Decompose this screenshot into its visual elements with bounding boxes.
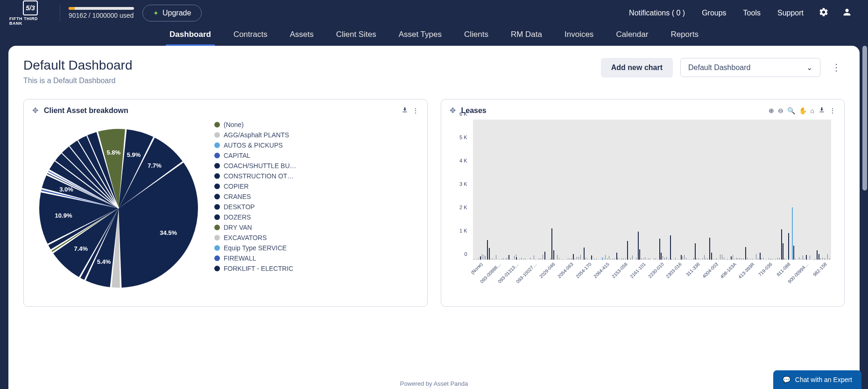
groups-link[interactable]: Groups bbox=[693, 5, 734, 21]
legend-label: (None) bbox=[224, 121, 244, 128]
bar[interactable] bbox=[544, 252, 545, 260]
legend-item[interactable]: EXCAVATORS bbox=[214, 233, 416, 243]
legend-dot bbox=[214, 184, 220, 189]
nav-invoices[interactable]: Invoices bbox=[553, 26, 605, 46]
bar[interactable] bbox=[681, 255, 682, 260]
bar[interactable] bbox=[745, 247, 746, 260]
nav-asset-types[interactable]: Asset Types bbox=[388, 26, 453, 46]
bar[interactable] bbox=[783, 243, 783, 260]
leases-card: ✥ Leases ⊕ ⊖ 🔍 ✋ ⌂ ⋮ 01 K2 K3 K4 K5 K6 K… bbox=[441, 99, 845, 307]
user-icon[interactable] bbox=[835, 3, 859, 23]
nav-clients[interactable]: Clients bbox=[453, 26, 500, 46]
legend-item[interactable]: FORKLIFT - ELECTRIC bbox=[214, 263, 416, 274]
x-tick: 811-088 bbox=[776, 262, 791, 277]
bar[interactable] bbox=[670, 235, 671, 260]
bar[interactable] bbox=[711, 253, 712, 260]
brand-logo[interactable]: 5/3 FIFTH THIRD BANK bbox=[9, 0, 51, 26]
nav-calendar[interactable]: Calendar bbox=[605, 26, 659, 46]
bar[interactable] bbox=[584, 248, 585, 260]
download-icon[interactable] bbox=[401, 106, 409, 115]
settings-icon[interactable] bbox=[812, 3, 835, 23]
x-tick: 2054-170 bbox=[575, 262, 593, 279]
notifications-link[interactable]: Notifications ( 0 ) bbox=[621, 5, 693, 21]
scrollbar[interactable] bbox=[862, 46, 867, 335]
bar[interactable] bbox=[638, 232, 639, 260]
legend-item[interactable]: COACH/SHUTTLE BU… bbox=[214, 161, 416, 171]
legend-label: FIREWALL bbox=[224, 255, 256, 262]
dashboard-selector-value: Default Dashboard bbox=[688, 64, 750, 72]
bar[interactable] bbox=[661, 253, 662, 260]
page-menu-icon[interactable]: ⋮ bbox=[828, 58, 845, 77]
legend-dot bbox=[214, 173, 220, 179]
bar[interactable] bbox=[480, 256, 481, 260]
nav-dashboard[interactable]: Dashboard bbox=[158, 26, 222, 46]
zoom-in-icon[interactable]: ⊕ bbox=[769, 107, 774, 114]
legend-item[interactable]: AGG/Asphalt PLANTS bbox=[214, 130, 416, 140]
chart-title: Client Asset breakdown bbox=[44, 106, 395, 115]
bar[interactable] bbox=[817, 250, 818, 260]
legend-item[interactable]: FIREWALL bbox=[214, 253, 416, 263]
bar[interactable] bbox=[489, 248, 490, 260]
svg-text:5.4%: 5.4% bbox=[97, 258, 111, 265]
chart-menu-icon[interactable]: ⋮ bbox=[412, 107, 419, 114]
nav-client-sites[interactable]: Client Sites bbox=[325, 26, 388, 46]
nav-contracts[interactable]: Contracts bbox=[222, 26, 279, 46]
pie-chart: 5.8%5.9%7.7%34.5%5.4%7.4%10.9%3.0% bbox=[32, 120, 205, 292]
home-icon[interactable]: ⌂ bbox=[811, 107, 814, 114]
bar[interactable] bbox=[788, 233, 789, 260]
legend-item[interactable]: CONSTRUCTION OT… bbox=[214, 171, 416, 181]
zoom-icon[interactable]: 🔍 bbox=[787, 107, 795, 114]
bar[interactable] bbox=[508, 255, 509, 260]
nav-reports[interactable]: Reports bbox=[659, 26, 710, 46]
legend-item[interactable]: AUTOS & PICKUPS bbox=[214, 140, 416, 150]
drag-handle-icon[interactable]: ✥ bbox=[32, 106, 38, 115]
bar[interactable] bbox=[639, 249, 640, 260]
divider bbox=[60, 5, 60, 21]
bar[interactable] bbox=[487, 240, 488, 260]
bar[interactable] bbox=[553, 250, 554, 260]
drag-handle-icon[interactable]: ✥ bbox=[450, 106, 456, 115]
chat-widget[interactable]: 💬 Chat with an Expert bbox=[773, 370, 861, 389]
upgrade-button[interactable]: ✦ Upgrade bbox=[142, 5, 202, 21]
bar[interactable] bbox=[731, 256, 732, 260]
bar[interactable] bbox=[793, 246, 794, 260]
bar[interactable] bbox=[760, 253, 761, 260]
legend-dot bbox=[214, 153, 220, 158]
bar[interactable] bbox=[781, 229, 782, 260]
nav-rm-data[interactable]: RM Data bbox=[500, 26, 553, 46]
legend-item[interactable]: Equip Type SERVICE bbox=[214, 243, 416, 253]
bar[interactable] bbox=[616, 253, 617, 260]
bar[interactable] bbox=[695, 243, 696, 260]
legend-item[interactable]: CRANES bbox=[214, 191, 416, 202]
usage-text: 90162 / 1000000 used bbox=[69, 12, 134, 19]
bar[interactable] bbox=[709, 238, 710, 260]
support-link[interactable]: Support bbox=[769, 5, 812, 21]
legend-item[interactable]: (None) bbox=[214, 120, 416, 130]
legend-label: CRANES bbox=[224, 193, 251, 200]
legend-item[interactable]: DRY VAN bbox=[214, 222, 416, 233]
pie-legend[interactable]: (None)AGG/Asphalt PLANTSAUTOS & PICKUPSC… bbox=[214, 120, 419, 297]
nav-assets[interactable]: Assets bbox=[279, 26, 325, 46]
x-tick: 408-163A bbox=[719, 262, 737, 279]
chart-menu-icon[interactable]: ⋮ bbox=[829, 107, 836, 114]
bar[interactable] bbox=[806, 255, 807, 260]
tools-link[interactable]: Tools bbox=[735, 5, 769, 21]
bar[interactable] bbox=[792, 207, 793, 260]
legend-label: Equip Type SERVICE bbox=[224, 244, 287, 252]
bar[interactable] bbox=[659, 239, 660, 260]
bar[interactable] bbox=[551, 228, 552, 260]
x-tick: 4004-003 bbox=[701, 262, 719, 279]
bar[interactable] bbox=[627, 241, 628, 260]
bar[interactable] bbox=[819, 254, 819, 260]
legend-item[interactable]: DESKTOP bbox=[214, 202, 416, 212]
legend-item[interactable]: DOZERS bbox=[214, 212, 416, 222]
pan-icon[interactable]: ✋ bbox=[799, 107, 807, 114]
legend-item[interactable]: CAPITAL bbox=[214, 150, 416, 161]
zoom-out-icon[interactable]: ⊖ bbox=[778, 107, 783, 114]
add-chart-button[interactable]: Add new chart bbox=[601, 58, 673, 78]
legend-item[interactable]: COPIER bbox=[214, 181, 416, 191]
bar[interactable] bbox=[591, 255, 592, 260]
dashboard-selector[interactable]: Default Dashboard ⌄ bbox=[680, 58, 820, 77]
download-icon[interactable] bbox=[818, 106, 826, 115]
bar[interactable] bbox=[573, 254, 574, 260]
